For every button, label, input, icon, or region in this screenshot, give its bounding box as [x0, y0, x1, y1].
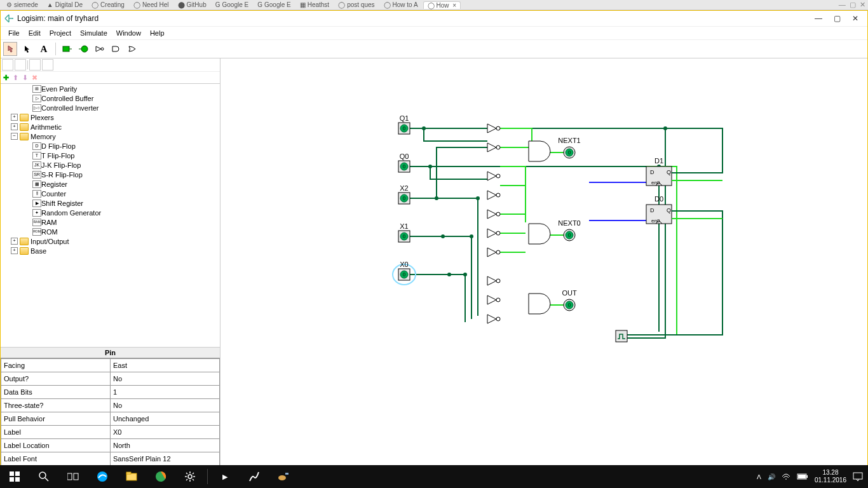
- collapse-toggle[interactable]: −: [11, 133, 18, 140]
- explorer-icon[interactable]: [117, 465, 146, 488]
- not-gate[interactable]: [487, 315, 500, 323]
- tree-folder[interactable]: Arithmetic: [31, 123, 62, 131]
- property-row[interactable]: FacingEast: [1, 359, 220, 372]
- tree-item-label[interactable]: Register: [41, 180, 67, 188]
- tree-item-label[interactable]: ROM: [41, 228, 58, 236]
- tree-item-label[interactable]: T Flip-Flop: [41, 152, 74, 159]
- tree-folder[interactable]: Input/Output: [31, 238, 69, 245]
- property-row[interactable]: Output?No: [1, 372, 220, 386]
- and-gate-icon[interactable]: [111, 43, 123, 55]
- side-tool-2[interactable]: [15, 59, 26, 71]
- browser-tab[interactable]: ◯ How to A: [380, 1, 422, 8]
- tree-item-label[interactable]: Shift Register: [41, 200, 83, 207]
- tree-item-label[interactable]: D Flip-Flop: [41, 142, 76, 150]
- up-icon[interactable]: ⬆: [13, 74, 18, 82]
- property-row[interactable]: Label FontSansSerif Plain 12: [1, 452, 220, 466]
- menu-simulate[interactable]: Simulate: [76, 28, 111, 38]
- poke-tool-icon[interactable]: [3, 42, 17, 56]
- tree-item-label[interactable]: S-R Flip-Flop: [41, 171, 83, 179]
- output-pin-next0[interactable]: NEXT0: [558, 219, 580, 241]
- menu-window[interactable]: Window: [112, 28, 145, 38]
- expand-toggle[interactable]: +: [11, 123, 18, 130]
- tree-item-label[interactable]: Even Parity: [41, 85, 77, 93]
- delete-icon[interactable]: ✖: [32, 74, 37, 82]
- menu-file[interactable]: File: [4, 28, 24, 38]
- and-gate[interactable]: [529, 141, 550, 161]
- input-pin-x2[interactable]: X2: [398, 184, 410, 204]
- close-button[interactable]: ✕: [852, 14, 858, 23]
- menu-edit[interactable]: Edit: [25, 28, 44, 38]
- tray-clock[interactable]: 13.28 01.11.2016: [815, 469, 846, 484]
- maximize-button[interactable]: ▢: [834, 14, 841, 23]
- down-icon[interactable]: ⬇: [22, 74, 28, 82]
- not-gate[interactable]: [487, 295, 500, 304]
- tree-item-label[interactable]: Controlled Inverter: [41, 104, 99, 112]
- browser-tab[interactable]: ◯ Creating: [88, 1, 128, 8]
- browser-tab[interactable]: ⚙ siemede: [3, 1, 42, 8]
- side-tool-4[interactable]: [42, 59, 53, 71]
- tree-item-label[interactable]: J-K Flip-Flop: [41, 161, 81, 169]
- browser-tab[interactable]: G Google E: [212, 1, 252, 8]
- browser-tab-active[interactable]: ◯ How ×: [423, 1, 461, 9]
- tree-item-label[interactable]: Random Generator: [41, 209, 101, 217]
- tray-wifi-icon[interactable]: [782, 473, 790, 480]
- side-tool-3[interactable]: [29, 59, 41, 71]
- output-pin-icon[interactable]: [78, 43, 90, 55]
- not-gate[interactable]: [487, 248, 500, 257]
- not-gate[interactable]: [487, 124, 500, 133]
- taskview-icon[interactable]: [58, 465, 88, 488]
- input-pin-q1[interactable]: Q1: [398, 114, 410, 134]
- property-row[interactable]: Label LocationNorth: [1, 439, 220, 452]
- tray-volume-icon[interactable]: 🔊: [768, 473, 775, 480]
- browser-tab[interactable]: ▲ Digital De: [43, 1, 86, 8]
- firefox-icon[interactable]: [146, 465, 175, 488]
- not-gate[interactable]: [487, 191, 500, 200]
- tree-folder[interactable]: Base: [31, 247, 46, 255]
- search-icon[interactable]: [29, 465, 58, 488]
- text-tool-icon[interactable]: A: [37, 43, 50, 55]
- d-flipflop-0[interactable]: D0 D Q en0: [646, 195, 722, 224]
- property-row[interactable]: Pull BehaviorUnchanged: [1, 412, 220, 426]
- or-gate-icon[interactable]: [127, 43, 140, 55]
- and-gate[interactable]: [529, 224, 550, 244]
- tree-item-label[interactable]: Controlled Buffer: [41, 95, 93, 102]
- not-gate[interactable]: [487, 143, 500, 152]
- input-pin-q0[interactable]: Q0: [398, 152, 410, 172]
- tree-folder[interactable]: Memory: [31, 133, 56, 140]
- menu-project[interactable]: Project: [46, 28, 75, 38]
- and-gate[interactable]: [529, 294, 550, 314]
- expand-toggle[interactable]: +: [11, 247, 18, 254]
- browser-tab[interactable]: ▦ Heathst: [296, 1, 333, 8]
- not-gate-icon[interactable]: [94, 43, 107, 55]
- property-row[interactable]: Three-state?No: [1, 399, 220, 412]
- start-button[interactable]: [0, 465, 29, 488]
- input-pin-icon[interactable]: [61, 43, 74, 55]
- settings-icon[interactable]: [175, 465, 205, 488]
- not-gate[interactable]: [487, 229, 500, 238]
- component-tree[interactable]: ⊞Even Parity ▷Controlled Buffer ▷○Contro…: [1, 83, 220, 348]
- input-pin-x1[interactable]: X1: [398, 222, 410, 242]
- browser-tab[interactable]: ⬤ GitHub: [174, 1, 210, 8]
- not-gate[interactable]: [487, 210, 500, 219]
- tray-chevron-icon[interactable]: ᐱ: [757, 473, 761, 480]
- tree-item-label[interactable]: Counter: [41, 190, 66, 198]
- browser-tab[interactable]: ◯ Need Hel: [130, 1, 173, 8]
- add-icon[interactable]: ✚: [3, 74, 9, 82]
- select-tool-icon[interactable]: [21, 43, 34, 55]
- task-app-2[interactable]: [240, 465, 269, 488]
- input-pin-x0[interactable]: X0: [393, 261, 416, 285]
- property-row[interactable]: Data Bits1: [1, 386, 220, 399]
- property-row[interactable]: LabelX0: [1, 426, 220, 439]
- not-gate[interactable]: [487, 172, 500, 180]
- task-app-1[interactable]: ▶: [210, 465, 240, 488]
- expand-toggle[interactable]: +: [11, 114, 18, 121]
- expand-toggle[interactable]: +: [11, 238, 18, 245]
- tray-notifications-icon[interactable]: [853, 472, 863, 481]
- minimize-button[interactable]: —: [815, 14, 822, 23]
- output-pin-next1[interactable]: NEXT1: [558, 137, 580, 158]
- output-pin-out[interactable]: OUT: [562, 289, 577, 311]
- browser-tab[interactable]: G Google E: [254, 1, 294, 8]
- browser-tab[interactable]: ◯ post ques: [334, 1, 378, 8]
- tree-folder[interactable]: Plexers: [31, 114, 54, 121]
- edge-icon[interactable]: [88, 465, 117, 488]
